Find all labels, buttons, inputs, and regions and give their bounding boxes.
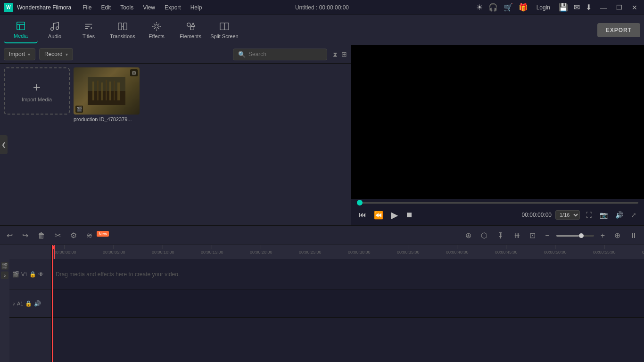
play-button[interactable]: ▶: [389, 207, 400, 222]
color-icon[interactable]: ⬡: [478, 229, 490, 242]
preview-resize-icon[interactable]: ⤢: [629, 209, 638, 221]
main-toolbar: Media Audio Titles Transitions Effects E…: [0, 15, 644, 45]
redo-button[interactable]: ↪: [19, 229, 31, 242]
zoom-out-icon[interactable]: −: [542, 230, 552, 242]
menu-file[interactable]: File: [79, 2, 95, 13]
toolbar-splitscreen[interactable]: Split Screen: [207, 17, 241, 43]
export-button[interactable]: EXPORT: [597, 23, 640, 37]
adjust-button[interactable]: ⚙: [67, 229, 80, 242]
svg-rect-19: [117, 82, 120, 100]
media-content: + Import Media: [0, 64, 351, 225]
toolbar-effects[interactable]: Effects: [140, 17, 173, 43]
preview-fullscreen-icon[interactable]: ⛶: [584, 209, 594, 221]
menu-export[interactable]: Export: [161, 2, 185, 13]
audio-track-lock-icon[interactable]: 🔒: [25, 300, 32, 307]
search-input[interactable]: [248, 51, 322, 58]
maximize-button[interactable]: ❐: [613, 3, 625, 12]
download-icon[interactable]: ⬇: [586, 3, 592, 12]
preview-progress-bar[interactable]: [357, 202, 638, 204]
preview-volume-icon[interactable]: 🔊: [613, 209, 625, 221]
preview-progress-thumb[interactable]: [357, 200, 363, 206]
sun-icon[interactable]: ☀: [476, 3, 483, 12]
add-track-icon[interactable]: ⊕: [611, 229, 623, 242]
preview-panel: ⏮ ⏪ ▶ ⏹ 00:00:00:00 1/16 1/8 1/4 1/2 1/1…: [351, 45, 644, 225]
audio-track-icon: ♪: [12, 300, 15, 307]
window-title: Untitled : 00:00:00:00: [295, 4, 349, 11]
drag-hint: Drag media and effects here to create yo…: [56, 271, 180, 278]
import-media-box[interactable]: + Import Media: [4, 67, 70, 115]
record-dropdown[interactable]: Record ▾: [39, 48, 73, 60]
timeline-ruler[interactable]: 00:00:00:0000:00:05:0000:00:10:0000:00:1…: [52, 245, 644, 259]
split-audio-icon[interactable]: ⧻: [511, 229, 523, 242]
zoom-select[interactable]: 1/16 1/8 1/4 1/2 1/1: [555, 210, 580, 220]
stop-button[interactable]: ⏹: [404, 209, 415, 221]
svg-rect-15: [101, 82, 103, 100]
cut-button[interactable]: ✂: [52, 229, 64, 242]
svg-marker-8: [191, 23, 195, 26]
play-back-button[interactable]: ⏪: [372, 209, 385, 222]
mail-icon[interactable]: ✉: [574, 3, 580, 12]
close-button[interactable]: ✕: [629, 3, 640, 12]
menu-bar: File Edit Tools View Export Help: [79, 2, 476, 13]
media-item[interactable]: ⊞ 🎬 production ID_4782379...: [74, 67, 140, 122]
panel-collapse-arrow[interactable]: ❮: [0, 135, 8, 154]
add-media-track-button[interactable]: 🎬: [1, 262, 8, 270]
menu-help[interactable]: Help: [187, 2, 206, 13]
media-thumb-overlay: ⊞: [130, 69, 138, 76]
menu-edit[interactable]: Edit: [98, 2, 115, 13]
svg-point-2: [56, 26, 59, 29]
svg-rect-3: [118, 23, 122, 30]
playhead: [52, 259, 53, 362]
svg-rect-18: [114, 81, 115, 100]
video-track-lock-icon[interactable]: 🔒: [29, 271, 36, 278]
svg-rect-13: [92, 82, 94, 100]
zoom-in-icon[interactable]: +: [598, 230, 608, 242]
import-dropdown[interactable]: Import ▾: [4, 48, 35, 60]
toolbar-transitions[interactable]: Transitions: [106, 17, 140, 43]
login-button[interactable]: Login: [534, 3, 553, 12]
menu-tools[interactable]: Tools: [116, 2, 137, 13]
title-icons: ☀ 🎧 🛒 🎁 Login 💾 ✉ ⬇: [476, 3, 592, 12]
save-icon[interactable]: 💾: [559, 3, 568, 12]
record-chevron-icon: ▾: [66, 52, 68, 57]
svg-rect-17: [109, 82, 111, 100]
search-box[interactable]: 🔍: [233, 49, 327, 60]
app-logo: W: [4, 3, 13, 12]
crop-icon[interactable]: ⊡: [527, 229, 538, 242]
grid-view-icon[interactable]: ⊞: [341, 50, 347, 58]
video-track-header: 🎬 V1 🔒 👁: [9, 259, 51, 289]
menu-view[interactable]: View: [139, 2, 159, 13]
toolbar-elements[interactable]: Elements: [173, 17, 207, 43]
ruler-mark: 00:00:10:00: [152, 245, 174, 255]
delete-button[interactable]: 🗑: [35, 230, 48, 242]
toolbar-titles[interactable]: Titles: [72, 17, 106, 43]
add-media-icon: +: [33, 80, 41, 95]
audio-track-speaker-icon[interactable]: 🔊: [34, 300, 41, 307]
timeline-tracks-area: Drag media and effects here to create yo…: [52, 259, 644, 362]
svg-rect-0: [17, 22, 25, 30]
stabilize-icon[interactable]: ⊛: [462, 229, 474, 242]
ruler-mark: 00:00:25:00: [299, 245, 322, 255]
toolbar-audio[interactable]: Audio: [38, 17, 72, 43]
headphone-icon[interactable]: 🎧: [488, 3, 498, 12]
main-area: Import ▾ Record ▾ 🔍 ⧗ ⊞ + Import Media: [0, 45, 644, 225]
ruler-mark: 00:00:50:00: [544, 245, 567, 255]
minimize-button[interactable]: —: [597, 3, 610, 12]
motion-button[interactable]: ≋: [83, 229, 95, 242]
add-audio-track-button[interactable]: ♪: [1, 272, 8, 279]
cart-icon[interactable]: 🛒: [504, 3, 513, 12]
gift-icon[interactable]: 🎁: [519, 3, 528, 12]
preview-snapshot-icon[interactable]: 📷: [598, 209, 610, 221]
step-back-button[interactable]: ⏮: [357, 209, 368, 221]
timeline-toolbar: ↩ ↪ 🗑 ✂ ⚙ ≋ New ⊛ ⬡ 🎙 ⧻ ⊡ − + ⊕ ⏸: [0, 226, 644, 245]
record-audio-icon[interactable]: 🎙: [494, 230, 507, 242]
undo-button[interactable]: ↩: [4, 229, 16, 242]
video-track-eye-icon[interactable]: 👁: [38, 271, 44, 278]
ruler-mark: 00:00:30:00: [348, 245, 371, 255]
ruler-mark: 00:00:20:00: [250, 245, 272, 255]
pause-timeline-button[interactable]: ⏸: [627, 230, 640, 242]
filter-icon[interactable]: ⧗: [333, 50, 338, 58]
ruler-mark: 00:00:35:00: [397, 245, 420, 255]
ruler-mark: 00:00:05:00: [103, 245, 125, 255]
toolbar-media[interactable]: Media: [4, 17, 38, 43]
